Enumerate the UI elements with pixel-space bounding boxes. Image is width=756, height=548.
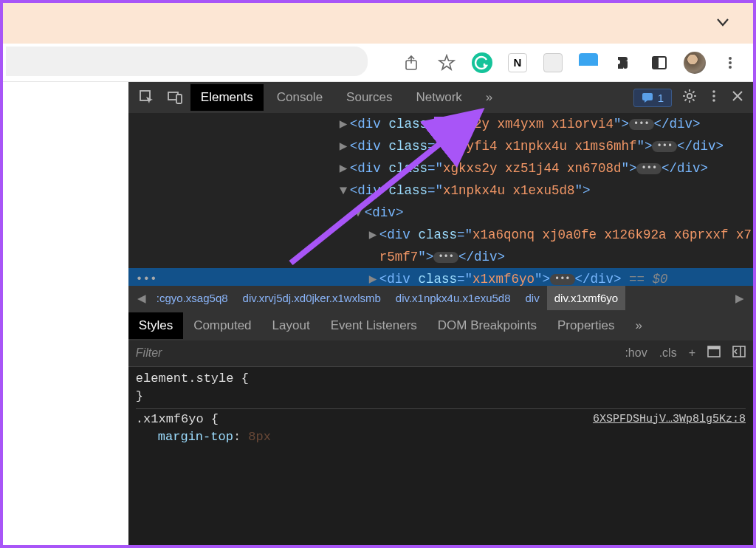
share-icon[interactable]	[400, 52, 422, 74]
close-icon[interactable]	[731, 89, 744, 106]
breadcrumb-item[interactable]: :cgyo.xsag5q8	[149, 292, 236, 304]
dom-node-wrap: r5mf7">•••</div>	[128, 246, 753, 268]
chevron-down-icon[interactable]	[716, 16, 729, 32]
elements-tree[interactable]: ▶<div class="gkxs2y xm4yxm x1iorvi4">•••…	[128, 113, 753, 286]
svg-point-20	[712, 95, 715, 97]
svg-line-18	[693, 91, 694, 92]
ellipsis-badge[interactable]: •••	[433, 252, 458, 263]
browser-menu-icon[interactable]	[719, 52, 741, 74]
expand-arrow-icon[interactable]: ▶	[369, 225, 377, 244]
expand-arrow-icon[interactable]: ▶	[340, 159, 347, 178]
tab-network[interactable]: Network	[405, 84, 472, 111]
ellipsis-badge[interactable]: •••	[550, 274, 575, 285]
ellipsis-badge[interactable]: •••	[636, 163, 662, 174]
address-bar-stub	[6, 47, 368, 76]
notification-bar	[3, 3, 753, 44]
tab-console[interactable]: Console	[267, 84, 333, 111]
svg-rect-2	[653, 57, 659, 69]
tab-properties[interactable]: Properties	[547, 312, 625, 339]
tab-dom-breakpoints[interactable]: DOM Breakpoints	[427, 312, 547, 339]
issues-badge[interactable]: 1	[633, 89, 672, 107]
grammarly-extension-icon[interactable]	[471, 52, 493, 74]
svg-point-21	[712, 99, 715, 102]
svg-point-4	[729, 61, 732, 64]
dom-node[interactable]: ▼<div class="x1npkx4u x1exu5d8">	[128, 179, 753, 202]
new-style-button[interactable]: +	[689, 346, 695, 360]
tabs-overflow[interactable]: »	[475, 84, 503, 111]
extension-icon[interactable]	[542, 52, 564, 74]
toggle-device-icon[interactable]	[162, 89, 188, 106]
svg-point-19	[712, 90, 715, 93]
dom-node[interactable]: ▶<div class="x1a6qonq xj0a0fe x126k92a x…	[128, 224, 753, 246]
extensions-puzzle-icon[interactable]	[613, 52, 635, 74]
computed-styles-icon[interactable]	[707, 346, 721, 360]
hov-toggle[interactable]: :hov	[625, 346, 647, 360]
tab-event-listeners[interactable]: Event Listeners	[320, 312, 427, 339]
dom-node[interactable]: ▶<div class="xpvyfi4 x1npkx4u x1ms6mhf">…	[128, 135, 753, 157]
notion-extension-icon[interactable]: N	[506, 52, 529, 74]
breadcrumb-scroll-right-icon[interactable]: ▶	[732, 292, 747, 305]
toggle-sidebar-icon[interactable]	[732, 346, 746, 360]
svg-line-16	[693, 99, 694, 100]
svg-rect-9	[642, 93, 653, 100]
styles-toolbar: Filter :hov .cls +	[128, 340, 753, 367]
svg-point-10	[687, 93, 692, 97]
tab-elements[interactable]: Elements	[190, 84, 264, 111]
dom-node[interactable]: ▶<div class="gkxs2y xm4yxm x1iorvi4">•••…	[128, 113, 753, 135]
page-content-pane	[3, 82, 128, 545]
styles-rules[interactable]: element.style { } 6XSPFDSHujV…3Wp8lg5Kz:…	[128, 367, 753, 546]
style-source-link[interactable]: 6XSPFDSHujV…3Wp8lg5Kz:8	[593, 411, 746, 428]
styles-tab-bar: Styles Computed Layout Event Listeners D…	[128, 311, 753, 340]
tab-computed[interactable]: Computed	[183, 312, 261, 339]
expand-arrow-icon[interactable]: ▶	[340, 137, 347, 156]
svg-point-5	[729, 66, 732, 69]
inspect-icon[interactable]	[134, 89, 159, 106]
more-actions-icon[interactable]: •••	[136, 270, 157, 286]
ellipsis-badge[interactable]: •••	[629, 119, 654, 130]
dom-node[interactable]: ▶<div class="xgkxs2y xz51j44 xn6708d">••…	[128, 157, 753, 179]
dom-node[interactable]: ▼<div>	[128, 202, 753, 224]
devtools-tab-bar: Elements Console Sources Network » 1	[128, 82, 753, 113]
devtools-menu-icon[interactable]	[707, 89, 721, 106]
styles-tabs-overflow[interactable]: »	[625, 312, 652, 339]
style-rule[interactable]: element.style { }	[136, 370, 746, 405]
issue-count: 1	[658, 92, 664, 104]
expand-arrow-icon[interactable]: ▶	[369, 270, 377, 286]
cls-toggle[interactable]: .cls	[659, 346, 677, 360]
side-panel-icon[interactable]	[648, 52, 670, 74]
collapse-arrow-icon[interactable]: ▼	[354, 203, 362, 222]
breadcrumb-scroll-left-icon[interactable]: ◀	[134, 292, 149, 305]
selected-marker: == $0	[629, 272, 668, 286]
tab-layout[interactable]: Layout	[262, 312, 320, 339]
expand-arrow-icon[interactable]: ▶	[340, 114, 347, 134]
dom-node-selected[interactable]: ••• ▶<div class="x1xmf6yo">•••</div> == …	[128, 268, 753, 286]
devtools-panel: Elements Console Sources Network » 1	[128, 82, 753, 545]
styles-filter-input[interactable]: Filter	[136, 346, 614, 360]
tab-sources[interactable]: Sources	[336, 84, 402, 111]
profile-avatar[interactable]	[684, 52, 706, 74]
style-rule[interactable]: 6XSPFDSHujV…3Wp8lg5Kz:8 .x1xmf6yo { marg…	[136, 408, 746, 446]
breadcrumb-item-active[interactable]: div.x1xmf6yo	[547, 286, 625, 310]
breadcrumb-bar: ◀ :cgyo.xsag5q8 div.xrvj5dj.xd0jker.x1wx…	[128, 286, 753, 311]
breadcrumb-item[interactable]: div.x1npkx4u.x1exu5d8	[388, 292, 518, 304]
collapse-arrow-icon[interactable]: ▼	[340, 181, 347, 200]
ellipsis-badge[interactable]: •••	[652, 141, 677, 152]
breadcrumb-item[interactable]: div	[518, 292, 547, 304]
svg-rect-8	[176, 95, 182, 103]
star-icon[interactable]	[436, 52, 458, 74]
gear-icon[interactable]	[682, 89, 697, 107]
extension-blue-icon[interactable]	[577, 52, 599, 74]
breadcrumb-item[interactable]: div.xrvj5dj.xd0jker.x1wxlsmb	[236, 292, 388, 304]
svg-line-17	[685, 99, 687, 100]
svg-point-3	[729, 57, 732, 60]
tab-styles[interactable]: Styles	[128, 312, 183, 339]
svg-line-15	[685, 91, 687, 92]
svg-rect-23	[708, 346, 720, 349]
